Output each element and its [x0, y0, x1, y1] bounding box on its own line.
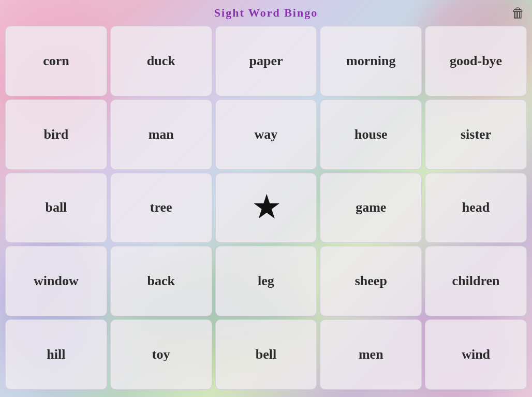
cell-word-24: wind — [462, 347, 490, 362]
cell-word-13: game — [356, 200, 386, 215]
cell-word-23: men — [359, 347, 383, 362]
cell-word-18: sheep — [355, 273, 387, 289]
bingo-cell-2[interactable]: paper — [215, 26, 317, 96]
cell-word-4: good-bye — [450, 53, 502, 69]
bingo-cell-20[interactable]: hill — [5, 319, 107, 390]
bingo-cell-18[interactable]: sheep — [320, 246, 422, 316]
bingo-cell-3[interactable]: morning — [320, 26, 422, 96]
cell-word-8: house — [354, 127, 388, 142]
bingo-cell-13[interactable]: game — [320, 173, 422, 243]
app-title: Sight Word Bingo — [214, 6, 318, 19]
cell-word-3: morning — [346, 53, 395, 69]
bingo-cell-11[interactable]: tree — [110, 173, 212, 243]
cell-word-6: man — [149, 127, 174, 142]
bingo-grid: cornduckpapermorninggood-byebirdmanwayho… — [0, 24, 532, 394]
bingo-cell-24[interactable]: wind — [425, 319, 527, 390]
cell-word-2: paper — [249, 53, 283, 69]
cell-word-5: bird — [44, 127, 69, 142]
cell-word-10: ball — [45, 200, 67, 215]
cell-word-22: bell — [256, 347, 276, 362]
cell-word-7: way — [255, 127, 278, 142]
bingo-cell-12[interactable]: ★ — [215, 173, 317, 243]
bingo-cell-22[interactable]: bell — [215, 319, 317, 390]
bingo-cell-17[interactable]: leg — [215, 246, 317, 316]
cell-word-12: ★ — [253, 193, 279, 222]
bingo-cell-10[interactable]: ball — [5, 173, 107, 243]
bingo-cell-5[interactable]: bird — [5, 99, 107, 170]
bingo-cell-19[interactable]: children — [425, 246, 527, 316]
cell-word-14: head — [462, 200, 490, 215]
bingo-cell-0[interactable]: corn — [5, 26, 107, 96]
cell-word-15: window — [34, 273, 79, 289]
bingo-cell-14[interactable]: head — [425, 173, 527, 243]
header: Sight Word Bingo — [0, 0, 532, 24]
cell-word-1: duck — [147, 53, 175, 69]
bingo-cell-21[interactable]: toy — [110, 319, 212, 390]
cell-word-17: leg — [258, 273, 274, 289]
bingo-cell-6[interactable]: man — [110, 99, 212, 170]
bingo-cell-9[interactable]: sister — [425, 99, 527, 170]
cell-word-16: back — [147, 273, 174, 289]
bingo-cell-16[interactable]: back — [110, 246, 212, 316]
bingo-cell-1[interactable]: duck — [110, 26, 212, 96]
cell-word-9: sister — [461, 127, 491, 142]
cell-word-0: corn — [43, 53, 69, 69]
cell-word-20: hill — [47, 347, 65, 362]
cell-word-21: toy — [152, 347, 170, 362]
cell-word-11: tree — [150, 200, 172, 215]
bingo-cell-23[interactable]: men — [320, 319, 422, 390]
bingo-cell-7[interactable]: way — [215, 99, 317, 170]
trash-button[interactable]: 🗑 — [511, 5, 525, 21]
bingo-cell-15[interactable]: window — [5, 246, 107, 316]
cell-word-19: children — [452, 273, 500, 289]
bingo-cell-4[interactable]: good-bye — [425, 26, 527, 96]
bingo-cell-8[interactable]: house — [320, 99, 422, 170]
